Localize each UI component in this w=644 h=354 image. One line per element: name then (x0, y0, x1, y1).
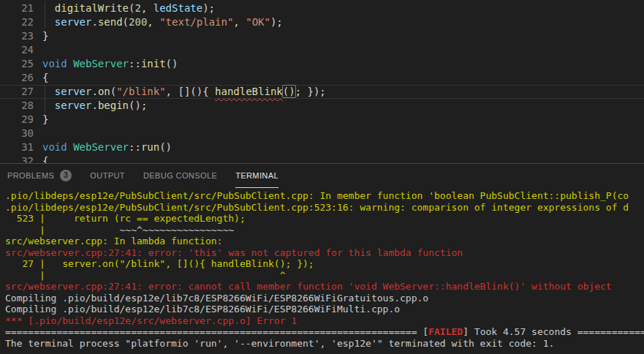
terminal-text-segment: src/webserver.cpp:27:41: error: cannot c… (5, 281, 612, 292)
line-number[interactable]: 29 (0, 113, 34, 127)
line-number[interactable]: 27 (0, 85, 34, 99)
terminal-text-segment: src/webserver.cpp:27:41: error: 'this' w… (5, 247, 463, 258)
tab-problems-label: PROBLEMS (7, 171, 54, 180)
terminal-text-segment: FAILED (428, 326, 463, 337)
code-token: . (91, 99, 97, 111)
code-text: server.begin(); (34, 99, 147, 113)
line-number[interactable]: 28 (0, 99, 34, 113)
indent-guide (45, 1, 45, 29)
line-number[interactable]: 32 (0, 154, 34, 163)
tab-debug-console[interactable]: DEBUG CONSOLE (143, 164, 217, 188)
code-token: (); (129, 99, 147, 111)
line-number[interactable]: 30 (0, 127, 34, 140)
terminal-text-segment: ========================================… (5, 326, 428, 337)
line-number[interactable]: 23 (0, 29, 34, 43)
code-text: digitalWrite(2, ledState); (34, 1, 215, 15)
code-token: ( (123, 16, 129, 28)
code-token: , (141, 2, 154, 14)
code-line[interactable]: 28 server.begin(); (0, 99, 644, 113)
terminal-line: src/webserver.cpp: In lambda function: (5, 236, 644, 247)
line-number[interactable]: 21 (0, 1, 34, 15)
code-line[interactable]: 24 (0, 43, 644, 57)
tab-output[interactable]: OUTPUT (90, 164, 125, 188)
terminal-text-segment: | ^ (5, 270, 286, 281)
code-line[interactable]: 29} (0, 113, 644, 127)
code-token: 200 (129, 16, 147, 28)
code-line[interactable]: 30 (0, 127, 644, 140)
terminal-line: Compiling .pio/build/esp12e/lib7c8/ESP82… (5, 293, 644, 304)
terminal-output[interactable]: .pio/libdeps/esp12e/PubSubClient/src/Pub… (0, 188, 644, 354)
code-token: 2 (135, 2, 140, 14)
code-token: void (42, 141, 67, 153)
code-token: :: (129, 58, 141, 69)
terminal-text-segment: 27 | server.on("/blink", [](){ handleBli… (5, 258, 314, 269)
indent-guide (45, 85, 45, 113)
code-token: ; }); (295, 86, 326, 97)
terminal-line: | ^ (5, 270, 644, 282)
code-token: , [](){ (166, 86, 215, 97)
code-text: { (34, 71, 48, 85)
line-number[interactable]: 25 (0, 57, 34, 71)
code-text: } (34, 29, 48, 43)
terminal-text-segment: Compiling .pio/build/esp12e/lib7c8/ESP82… (5, 293, 428, 304)
terminal-line: src/webserver.cpp:27:41: error: 'this' w… (5, 247, 644, 259)
terminal-line: The terminal process "platformio 'run', … (5, 338, 644, 350)
line-number[interactable]: 31 (0, 140, 34, 154)
terminal-line: .pio/libdeps/esp12e/PubSubClient/src/Pub… (5, 202, 644, 214)
terminal-text-segment: .pio/libdeps/esp12e/PubSubClient/src/Pub… (5, 202, 629, 213)
code-token: . (91, 86, 97, 97)
code-token: "text/plain" (159, 16, 233, 28)
code-token: "/blink" (116, 86, 165, 97)
line-number[interactable]: 26 (0, 71, 34, 85)
code-text: void WebServer::init() (34, 57, 178, 71)
code-line[interactable]: 23} (0, 29, 644, 43)
bracket-match-token: () (283, 86, 295, 97)
terminal-line: 523 | return (rc == expectedLength); (5, 213, 644, 225)
code-line[interactable]: 26{ (0, 71, 644, 85)
tab-problems[interactable]: PROBLEMS 3 (7, 164, 72, 188)
code-line[interactable]: 21 digitalWrite(2, ledState); (0, 1, 644, 15)
code-token: () (166, 58, 178, 69)
code-token (67, 141, 73, 153)
error-squiggle-token: handleBlink (215, 86, 283, 97)
terminal-text-segment: .pio/libdeps/esp12e/PubSubClient/src/Pub… (5, 190, 629, 201)
code-token: { (42, 72, 48, 83)
terminal-line: src/webserver.cpp:27:41: error: cannot c… (5, 281, 644, 293)
code-line[interactable]: 25void WebServer::init() (0, 57, 644, 71)
code-token: server (55, 99, 92, 111)
line-number[interactable]: 24 (0, 43, 34, 57)
code-token: run (141, 141, 159, 153)
code-line[interactable]: 27 server.on("/blink", [](){ handleBlink… (0, 85, 644, 99)
code-token: , (233, 16, 246, 28)
line-number[interactable]: 22 (0, 15, 34, 29)
code-token: } (42, 30, 48, 42)
code-token: send (98, 16, 123, 28)
terminal-text-segment: 523 | return (rc == expectedLength); (5, 213, 246, 224)
code-line[interactable]: 22 server.send(200, "text/plain", "OK"); (0, 15, 644, 29)
terminal-text-segment: | (5, 225, 45, 236)
code-token: ( (110, 86, 116, 97)
panel-tab-bar: PROBLEMS 3 OUTPUT DEBUG CONSOLE TERMINAL (0, 164, 644, 188)
code-token: ); (270, 16, 283, 28)
code-line[interactable]: 31void WebServer::run() (0, 140, 644, 154)
tab-output-label: OUTPUT (90, 171, 125, 180)
code-token: :: (129, 141, 141, 153)
code-line[interactable]: 32{ (0, 154, 644, 163)
code-token (67, 58, 73, 69)
terminal-line: ========================================… (5, 326, 644, 338)
code-text: void WebServer::run() (34, 140, 172, 154)
code-text (34, 127, 42, 140)
terminal-line: Compiling .pio/build/esp12e/lib7c8/ESP82… (5, 304, 644, 315)
code-token: begin (98, 99, 129, 111)
code-token: WebServer (73, 58, 129, 69)
code-token: WebServer (73, 141, 129, 153)
code-token: server (55, 16, 92, 28)
code-token: void (42, 58, 67, 69)
code-text: server.send(200, "text/plain", "OK"); (34, 15, 283, 29)
code-token: init (141, 58, 166, 69)
terminal-text-segment: *** [.pio/build/esp12e/src/webserver.cpp… (5, 315, 297, 326)
tab-terminal[interactable]: TERMINAL (235, 164, 279, 188)
terminal-text-segment: The terminal process "platformio 'run', … (5, 338, 554, 349)
code-text: { (34, 154, 48, 163)
code-editor[interactable]: 21 digitalWrite(2, ledState);22 server.s… (0, 0, 644, 163)
